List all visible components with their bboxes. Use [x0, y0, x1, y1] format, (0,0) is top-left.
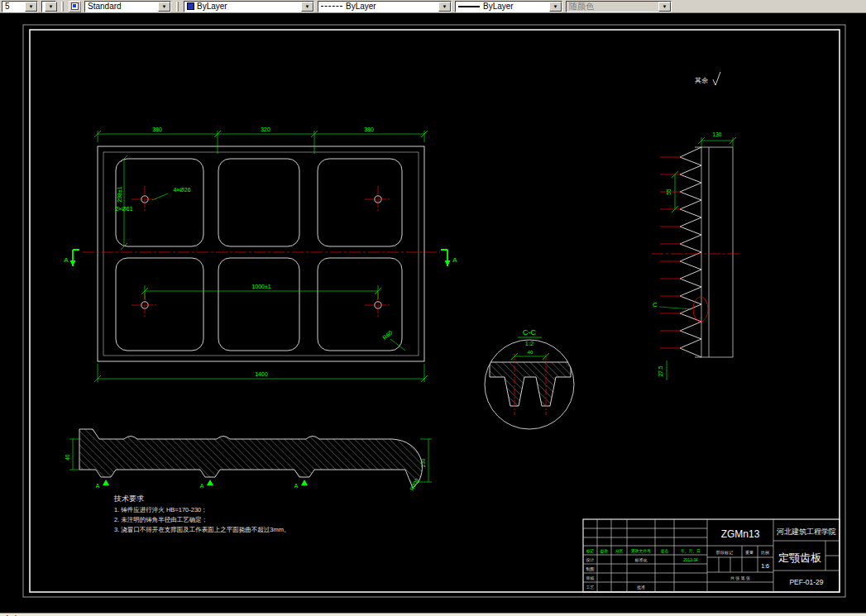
- plan-view: [98, 146, 424, 361]
- chevron-down-icon[interactable]: ▼: [301, 2, 313, 12]
- material-spec: ZGMn13: [721, 528, 760, 540]
- detail-tooth-section: [490, 362, 571, 406]
- title-block: ZGMn13 河北建筑工程学院 定颚齿板 PEF-01-29 阶段标记 重量 比…: [583, 519, 840, 592]
- layer-combo[interactable]: 5 ▼: [2, 1, 38, 12]
- dim-top-right: 380: [364, 127, 374, 132]
- rev-header-docno: 更改文件号: [631, 548, 651, 553]
- surface-note-text: 其余: [695, 77, 708, 84]
- linetype-combo[interactable]: ByLayer ▼: [318, 1, 452, 12]
- cad-drawing: 其余: [0, 13, 866, 609]
- dim-bosses: 2×Ø61: [115, 206, 132, 212]
- color-combo-value: ByLayer: [197, 2, 227, 11]
- chevron-down-icon[interactable]: ▼: [158, 2, 170, 12]
- lineweight-combo-value: ByLayer: [483, 2, 514, 11]
- dim-holes: 4×Ø26: [173, 187, 190, 193]
- tech-item-2: 2. 未注明的铸角半径由工艺确定；: [114, 516, 208, 523]
- detail-scale: 1:2: [525, 340, 533, 347]
- linetype-sample-icon: [321, 6, 342, 7]
- cad-application: 5 ▼ ▼ Standard ▼ ByLayer ▼ ByLayer ▼ ByL…: [0, 0, 866, 616]
- section-label-a-left: A: [64, 256, 69, 264]
- dim-side-thickness: 130: [713, 131, 722, 137]
- command-line[interactable]: 命令:: [0, 613, 866, 616]
- pocket: [116, 258, 203, 351]
- scale-value: 1:6: [761, 563, 769, 569]
- drawing-canvas[interactable]: 其余: [0, 13, 866, 613]
- chevron-down-icon[interactable]: ▼: [25, 2, 37, 12]
- datum-target-icon: [103, 480, 308, 485]
- rev-header-mark: 标记: [586, 549, 595, 554]
- sign-row-draft: 制图: [586, 566, 595, 572]
- rev-header-count: 处数: [600, 548, 609, 554]
- datum-label-1: A: [96, 483, 100, 489]
- tech-requirements: 技术要求 1. 铸件应进行淬火 HB=170-230； 2. 未注明的铸角半径由…: [113, 494, 290, 533]
- tech-item-1: 1. 铸件应进行淬火 HB=170-230；: [114, 506, 208, 513]
- side-view-centerlines: [652, 157, 741, 348]
- lineweight-combo[interactable]: ByLayer ▼: [455, 1, 562, 12]
- detail-view: 40 C-C 1:2: [485, 328, 574, 429]
- datum-label-2: A: [200, 483, 204, 489]
- dim-plan-height: 298±1: [117, 186, 122, 203]
- datum-label-3: A: [294, 483, 299, 489]
- rev-header-zone: 分区: [615, 549, 624, 553]
- dim-sec-right: 130: [420, 458, 426, 467]
- chevron-down-icon[interactable]: ▼: [438, 2, 451, 12]
- side-view-dimensions: [659, 137, 736, 380]
- dim-sec-left: 40: [65, 454, 70, 461]
- pocket: [218, 258, 299, 351]
- chevron-down-icon[interactable]: ▼: [549, 2, 562, 12]
- rev-header-sign: 签名: [661, 549, 669, 554]
- surface-finish-note: 其余: [695, 72, 720, 85]
- sign-row-standard: 标准化: [634, 557, 648, 563]
- secondary-combo[interactable]: ▼: [41, 1, 56, 12]
- color-swatch-icon: [187, 2, 194, 10]
- sign-row-design: 设计: [586, 557, 595, 562]
- sign-row-process: 工艺: [586, 585, 595, 590]
- style-glyph-icon: [71, 2, 79, 10]
- design-date: 2012-04: [683, 558, 698, 562]
- pocket: [218, 159, 299, 246]
- dim-corner-radius: R60: [381, 329, 393, 341]
- sign-row-approve: 批准: [637, 585, 645, 590]
- plotstyle-combo-value: 随颜色: [569, 1, 594, 12]
- organization-name: 河北建筑工程学院: [777, 528, 836, 536]
- drawing-number: PEF-01-29: [789, 578, 823, 586]
- chevron-down-icon: ▼: [658, 2, 671, 12]
- tech-item-3: 3. 浇冒口不得开在支撑面及工作表面上之平面挠曲不超过3mm。: [114, 526, 290, 533]
- tech-title: 技术要求: [113, 494, 144, 503]
- layer-combo-value: 5: [5, 2, 10, 11]
- plan-dimension-texts: 380 320 380 4×Ø26 2×Ø61 298±1 1000±1 140…: [64, 127, 457, 377]
- lineweight-sample-icon: [458, 6, 480, 7]
- sign-row-check: 审核: [586, 575, 595, 580]
- style-combo[interactable]: Standard ▼: [84, 1, 171, 12]
- dim-detail-pitch: 40: [528, 350, 533, 355]
- weight-header: 重量: [745, 550, 754, 555]
- toolbar-grip[interactable]: [176, 2, 179, 12]
- section-view: A A A 40 130 R200: [65, 429, 432, 491]
- pocket: [116, 159, 203, 246]
- sheet-info: 共 张 第 张: [730, 575, 750, 581]
- detail-title: C-C: [523, 328, 536, 337]
- dim-top-mid: 320: [261, 127, 270, 132]
- detail-region-circle: [693, 297, 708, 322]
- side-view: [680, 147, 733, 357]
- plan-centerlines: [83, 186, 440, 318]
- roughness-symbol-icon: [713, 72, 720, 85]
- chevron-down-icon[interactable]: ▼: [45, 2, 57, 12]
- plan-dimensions: [70, 131, 451, 382]
- section-label-a-right: A: [452, 256, 457, 264]
- linetype-combo-value: ByLayer: [346, 2, 376, 11]
- text-style-icon[interactable]: [69, 1, 81, 12]
- rev-header-date: 年、月、日: [681, 549, 701, 554]
- stage-header: 阶段标记: [716, 550, 733, 556]
- dim-tooth-pitch: 55: [666, 189, 672, 195]
- tooth-profile: [680, 147, 701, 357]
- style-combo-value: Standard: [88, 2, 122, 11]
- toolbar-grip[interactable]: [61, 2, 64, 12]
- part-name: 定颚齿板: [778, 552, 821, 564]
- dim-top-left: 380: [152, 127, 162, 132]
- pocket: [318, 159, 402, 246]
- scale-header: 比例: [761, 550, 769, 556]
- color-combo[interactable]: ByLayer ▼: [184, 1, 314, 12]
- dim-side-bottom: 27.5: [658, 365, 663, 376]
- detail-region-label: C: [653, 301, 658, 308]
